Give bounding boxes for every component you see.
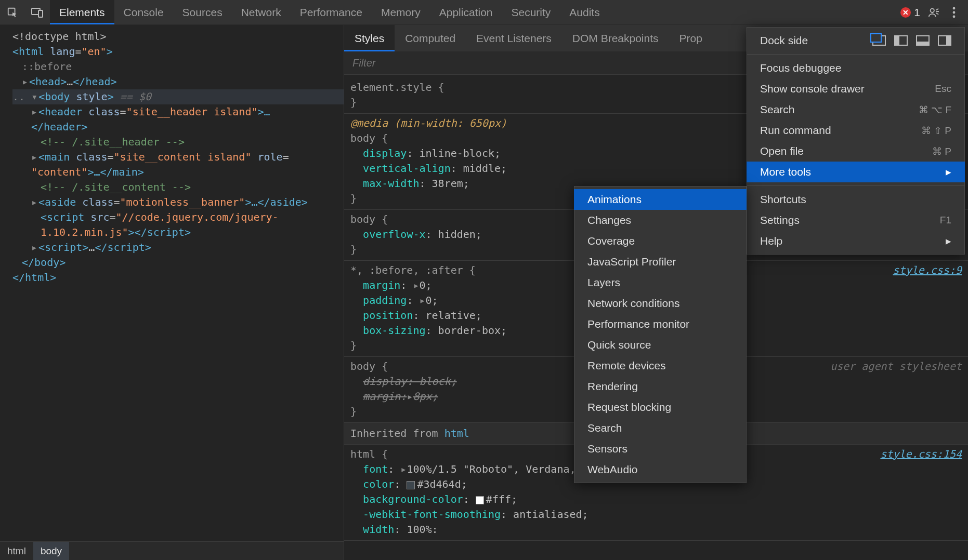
svg-rect-2 (38, 10, 43, 17)
chevron-right-icon: ▸ (946, 166, 951, 178)
menu-open-file[interactable]: Open file⌘ P (747, 141, 965, 162)
menu-more-tools[interactable]: More tools▸ (747, 162, 965, 182)
menu-shortcuts[interactable]: Shortcuts (747, 189, 965, 210)
submenu-javascript-profiler[interactable]: JavaScript Profiler (574, 251, 747, 272)
color-swatch-1[interactable] (407, 481, 415, 489)
expand-aside-icon[interactable]: ▸ (31, 195, 38, 210)
header-close: >… (257, 105, 270, 118)
attr-lang: lang (50, 45, 75, 58)
menu-show-drawer[interactable]: Show console drawerEsc (747, 78, 965, 99)
comment-content: <!-- /.site__content --> (41, 181, 191, 193)
body-gt: > (108, 90, 114, 103)
submenu-search[interactable]: Search (574, 418, 747, 438)
expand-main-icon[interactable]: ▸ (31, 150, 38, 165)
attr-class: class (88, 105, 120, 118)
val-width: 100%: (407, 523, 438, 536)
menu-focus-debuggee[interactable]: Focus debuggee (747, 58, 965, 78)
dock-label: Dock side (760, 34, 808, 47)
tab-elements[interactable]: Elements (50, 0, 114, 24)
collapse-body-icon[interactable]: ▾ (31, 89, 38, 104)
main-eq: = (283, 151, 289, 163)
chevron-right-icon: ▸ (946, 235, 951, 247)
subtab-properties[interactable]: Prop (669, 25, 713, 51)
prop-maxw: max-width (363, 177, 419, 190)
script1-open: <script (41, 211, 84, 223)
error-badge[interactable]: ✕ 1 (900, 6, 920, 19)
dom-tree[interactable]: <!doctype html> <html lang="en"> ::befor… (0, 25, 344, 541)
menu-help[interactable]: Help▸ (747, 231, 965, 251)
src-link-2[interactable]: style.css:154 (880, 448, 962, 460)
dock-right-icon[interactable] (938, 35, 951, 46)
doctype: <!doctype html> (12, 30, 107, 43)
dock-popout-icon[interactable] (872, 35, 886, 46)
tab-sources[interactable]: Sources (173, 0, 232, 24)
prop-smoothing: -webkit-font-smoothing (363, 508, 501, 521)
submenu-network-conditions[interactable]: Network conditions (574, 293, 747, 314)
crumb-html[interactable]: html (0, 542, 33, 560)
tab-performance[interactable]: Performance (291, 0, 372, 24)
svg-point-3 (931, 8, 934, 12)
subtab-dom-breakpoints[interactable]: DOM Breakpoints (562, 25, 669, 51)
dock-left-icon[interactable] (894, 35, 908, 46)
main-menu: Dock side Focus debuggee Show console dr… (747, 27, 965, 255)
html-open: <html (12, 45, 44, 58)
tab-application[interactable]: Application (430, 0, 502, 24)
subtab-styles[interactable]: Styles (344, 25, 395, 51)
tab-memory[interactable]: Memory (372, 0, 430, 24)
color-swatch-2[interactable] (476, 496, 484, 504)
submenu-rendering[interactable]: Rendering (574, 376, 747, 397)
submenu-sensors[interactable]: Sensors (574, 438, 747, 459)
kebab-menu-icon[interactable] (947, 7, 961, 18)
prop-padding: padding (363, 294, 407, 306)
head-open: <head> (29, 75, 67, 88)
subtab-event-listeners[interactable]: Event Listeners (466, 25, 562, 51)
expand-header-icon[interactable]: ▸ (31, 104, 38, 119)
val-boxsizing: border-box; (438, 324, 507, 337)
head-close: </head> (73, 75, 116, 88)
script1-src-val-a: "//code.jquery.com/jquery- (116, 211, 279, 223)
src-link-1[interactable]: style.css:9 (893, 264, 962, 276)
val-maxw: 38rem; (432, 177, 469, 190)
main-class: class (76, 151, 107, 163)
script2-open: <script> (38, 241, 88, 254)
devtools-tabbar: Elements Console Sources Network Perform… (0, 0, 968, 25)
aside-close: >…</aside> (245, 196, 307, 208)
submenu-changes[interactable]: Changes (574, 210, 747, 231)
submenu-animations[interactable]: Animations (574, 189, 747, 210)
prop-display: display (363, 147, 407, 159)
tab-security[interactable]: Security (502, 0, 560, 24)
inh-label: Inherited from (350, 427, 444, 439)
prop-position: position (363, 309, 413, 322)
prop-overflowx: overflow-x (363, 228, 425, 241)
submenu-performance-monitor[interactable]: Performance monitor (574, 314, 747, 335)
menu-run-command[interactable]: Run command⌘ ⇧ P (747, 120, 965, 141)
submenu-layers[interactable]: Layers (574, 272, 747, 293)
menu-search[interactable]: Search⌘ ⌥ F (747, 99, 965, 120)
submenu-coverage[interactable]: Coverage (574, 231, 747, 251)
val-smoothing: antialiased; (513, 508, 588, 521)
expand-script2-icon[interactable]: ▸ (31, 240, 38, 255)
close-brace-4: } (350, 405, 357, 418)
device-toggle-icon[interactable] (25, 0, 50, 24)
menu-settings[interactable]: SettingsF1 (747, 210, 965, 231)
tab-console[interactable]: Console (114, 0, 173, 24)
inspect-icon[interactable] (0, 0, 25, 24)
submenu-request-blocking[interactable]: Request blocking (574, 397, 747, 418)
expand-head-icon[interactable]: ▸ (22, 74, 29, 89)
tab-network[interactable]: Network (232, 0, 291, 24)
main-role-val: "content" (31, 166, 87, 178)
subtab-computed[interactable]: Computed (395, 25, 466, 51)
main-role: role (257, 151, 282, 163)
prop-font: font (363, 463, 388, 475)
submenu-webaudio[interactable]: WebAudio (574, 459, 747, 480)
selected-body-node[interactable]: .. ▾<body style> == $0 (12, 89, 344, 104)
crumb-body[interactable]: body (33, 542, 69, 560)
submenu-quick-source[interactable]: Quick source (574, 335, 747, 355)
aside-open: <aside (38, 196, 76, 208)
sel-element-style: element.style { (350, 81, 444, 94)
submenu-remote-devices[interactable]: Remote devices (574, 355, 747, 376)
tab-audits[interactable]: Audits (560, 0, 609, 24)
dock-bottom-icon[interactable] (916, 35, 930, 46)
header-class-val: "site__header island" (126, 105, 258, 118)
feedback-icon[interactable] (925, 7, 942, 18)
